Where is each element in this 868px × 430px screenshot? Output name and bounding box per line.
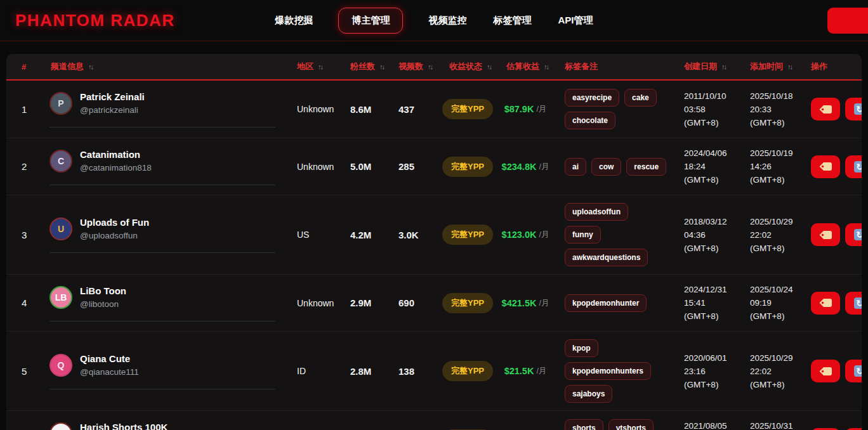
tag-action-button[interactable] <box>811 292 840 315</box>
sort-icon: ↑↓ <box>787 63 792 70</box>
revenue-cell: $234.8K /月 <box>496 138 555 195</box>
revenue-value: $123.0K <box>502 228 537 241</box>
actions-cell: ↻ <box>805 138 862 195</box>
column-header-revenue[interactable]: 估算收益↑↓ <box>496 54 555 79</box>
tag-pill: kpopdemonhunter <box>565 294 647 312</box>
table-row: 3 U Uploads of Fun @uploadsoffun US 4.2M… <box>6 195 862 274</box>
created-date-cell: 2011/10/1003:58(GMT+8) <box>678 81 744 138</box>
refresh-action-button[interactable]: ↻ <box>845 98 862 121</box>
channel-handle: @uploadsoffun <box>80 230 149 242</box>
region-cell: Unknown <box>287 138 340 195</box>
created-date-cell: 2021/08/0519:46(GMT+8) <box>678 411 744 430</box>
column-header-added[interactable]: 添加时间↑↓ <box>744 54 805 79</box>
column-header-videos[interactable]: 视频数↑↓ <box>388 54 439 79</box>
column-header-followers[interactable]: 粉丝数↑↓ <box>340 54 388 79</box>
table-row: 6 H Harish Shorts 100K @harish_shorts_10… <box>6 410 862 430</box>
table-row: 2 C Catanimation @catanimation818 Unknow… <box>6 138 862 195</box>
revenue-suffix: /月 <box>539 228 549 241</box>
ypp-badge: 完整YPP <box>442 157 493 177</box>
channel-name: Catanimation <box>80 148 152 160</box>
channel-handle: @libotoon <box>80 298 126 310</box>
channel-name: Uploads of Fun <box>80 216 149 228</box>
channel-cell: H Harish Shorts 100K @harish_shorts_100k <box>41 411 287 430</box>
tag-icon <box>819 366 832 377</box>
row-index: 6 <box>6 411 41 430</box>
row-index: 4 <box>6 275 41 331</box>
column-header-region[interactable]: 地区↑↓ <box>287 54 340 79</box>
column-header-status[interactable]: 收益状态↑↓ <box>439 54 496 79</box>
table-row: 1 P Patrick Zeinali @patrickzeinali Unkn… <box>6 81 862 138</box>
nav-tab-API管理[interactable]: API管理 <box>556 8 594 33</box>
refresh-action-button[interactable]: ↻ <box>845 428 862 430</box>
nav-tab-爆款挖掘[interactable]: 爆款挖掘 <box>273 8 314 33</box>
added-date-text: 2025/10/2922:02(GMT+8) <box>750 215 793 255</box>
row-index: 2 <box>6 138 41 195</box>
row-index: 5 <box>6 332 41 410</box>
tag-pill: chocolate <box>565 112 615 129</box>
nav-tab-博主管理[interactable]: 博主管理 <box>338 8 403 34</box>
channel-handle: @qianacute111 <box>80 366 139 378</box>
tag-pill: uploadsoffun <box>565 203 628 221</box>
added-date-text: 2025/10/3123:31(GMT+8) <box>750 419 793 430</box>
followers-cell: 2.9M <box>340 275 388 331</box>
refresh-icon: ↻ <box>854 161 862 173</box>
ypp-status-cell: 完整YPP <box>439 275 496 331</box>
revenue-cell: $21.5K /月 <box>496 332 555 410</box>
nav-tab-视频监控[interactable]: 视频监控 <box>427 8 468 33</box>
tag-icon <box>819 230 832 240</box>
followers-cell: 5.0M <box>340 138 388 195</box>
refresh-action-button[interactable]: ↻ <box>845 223 862 246</box>
channel-divider <box>49 252 275 253</box>
channel-cell: Q Qiana Cute @qianacute111 <box>41 332 287 410</box>
tags-cell: kpopkpopdemonhunterssajaboys <box>555 332 678 410</box>
column-header-channel[interactable]: 频道信息↑↓ <box>41 54 287 79</box>
created-date-text: 2024/12/3115:41(GMT+8) <box>684 283 727 323</box>
app-window: PHANTOM RADAR 爆款挖掘博主管理视频监控标签管理API管理 #频道信… <box>0 0 868 430</box>
created-date-cell: 2020/06/0123:16(GMT+8) <box>678 332 744 410</box>
followers-cell: 2.8M <box>340 332 388 410</box>
revenue-suffix: /月 <box>539 160 549 173</box>
tag-action-button[interactable] <box>811 360 840 382</box>
tag-action-button[interactable] <box>811 155 840 178</box>
revenue-cell: $284 /月 <box>496 411 555 430</box>
sort-icon: ↑↓ <box>721 63 726 70</box>
refresh-icon: ↻ <box>854 297 862 309</box>
navbar-red-button[interactable] <box>827 8 868 34</box>
refresh-action-button[interactable]: ↻ <box>845 292 862 315</box>
avatar: C <box>49 150 72 173</box>
added-date-text: 2025/10/2409:19(GMT+8) <box>750 283 793 323</box>
revenue-cell: $421.5K /月 <box>496 275 555 331</box>
videos-cell: 437 <box>388 81 439 138</box>
ypp-status-cell: 完整YPP <box>439 332 496 410</box>
channel-name: Patrick Zeinali <box>80 91 145 103</box>
row-index: 3 <box>6 195 41 274</box>
ypp-badge: 完整YPP <box>442 99 493 119</box>
tag-pill: ai <box>565 158 586 176</box>
tags-cell: uploadsoffunfunnyawkwardquestions <box>555 195 678 274</box>
tag-pill: ytshorts <box>608 419 654 430</box>
refresh-icon: ↻ <box>854 229 862 240</box>
created-date-cell: 2018/03/1204:36(GMT+8) <box>678 195 744 274</box>
added-date-cell: 2025/10/2409:19(GMT+8) <box>744 275 805 331</box>
tags-cell: aicowrescue <box>555 138 678 195</box>
tag-icon <box>819 161 832 172</box>
tag-action-button[interactable] <box>811 223 840 246</box>
sort-icon: ↑↓ <box>428 63 432 70</box>
refresh-action-button[interactable]: ↻ <box>845 155 862 178</box>
tag-action-button[interactable] <box>811 428 840 430</box>
tag-pill: cake <box>624 89 657 107</box>
brand-logo[interactable]: PHANTOM RADAR <box>15 11 175 30</box>
videos-cell: 138 <box>388 332 439 410</box>
added-date-text: 2025/10/1820:33(GMT+8) <box>750 89 793 129</box>
nav-tab-标签管理[interactable]: 标签管理 <box>492 8 532 33</box>
ypp-status-cell: 完整YPP <box>439 138 496 195</box>
avatar: U <box>49 218 72 240</box>
tag-pill: kpop <box>565 339 598 357</box>
added-date-cell: 2025/10/3123:31(GMT+8) <box>744 411 805 430</box>
refresh-action-button[interactable]: ↻ <box>845 360 862 382</box>
column-header-created[interactable]: 创建日期↑↓ <box>678 54 744 79</box>
videos-cell: 3.0K <box>388 195 439 274</box>
region-cell: ID <box>287 332 340 410</box>
tag-pill: awkwardquestions <box>565 249 648 266</box>
tag-action-button[interactable] <box>811 98 840 121</box>
